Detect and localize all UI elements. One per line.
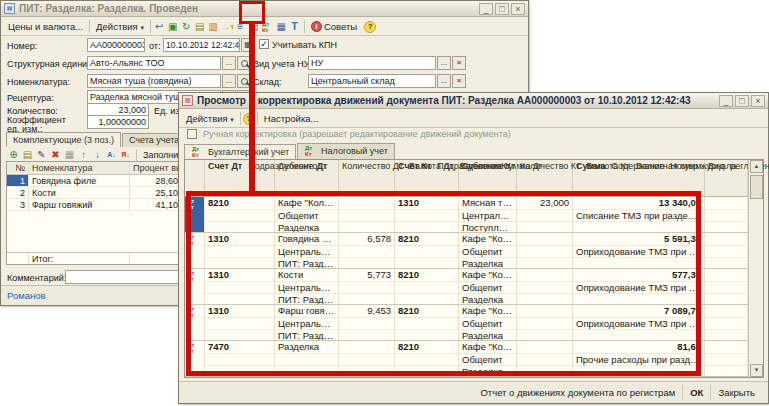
col-header-sub-dt[interactable]: СубконтоДт [275,160,339,196]
grid-cell-sub-kt[interactable]: Кафе "Колесо"ОбщепитРазделка [459,233,517,268]
grid-cell-qty-kt[interactable] [517,269,573,304]
grid-cell-qty-dt[interactable] [339,197,395,232]
col-header-acct-kt[interactable]: Счет КтПодразделение Кт [395,160,459,196]
structural-unit-open-icon[interactable] [237,56,251,70]
reread-document-icon[interactable]: ↻ [180,20,193,34]
settings-button[interactable]: Настройка... [260,111,323,126]
nomenclature-open-icon[interactable] [237,74,251,88]
grid-cell-acct-dt[interactable]: 7470 [205,341,275,376]
movements-window-titlebar[interactable]: ▥ Просмотр и корректировка движений доку… [179,93,768,109]
grid-cell-qty-dt[interactable]: 9,453 [339,305,395,340]
warehouse-field[interactable]: Центральный склад [308,74,436,88]
structural-unit-field[interactable]: Авто-Альянс ТОО [87,56,221,70]
coefficient-field[interactable]: 1,00000000 [87,115,149,129]
grid-cell-amount[interactable]: 7 089,75Оприходование ТМЗ при разд... [573,305,705,340]
grid-row[interactable]: ДтКт7470Разделка8210Кафе "Колесо"Общепит… [185,341,748,377]
grid-cell-sub-dt[interactable]: Кафе "Колесо"ОбщепитРазделка [275,197,339,232]
grid-row[interactable]: ДтКт8210Кафе "Колесо"ОбщепитРазделка1310… [185,197,748,233]
grid-cell-amount[interactable]: 81,65Прочие расходы при разделке [573,341,705,376]
nomenclature-lookup-button[interactable]: ... [222,74,236,88]
nomenclature-field[interactable]: Мясная туша (говядина) [87,74,221,88]
grid-cell-acct-kt[interactable]: 8210 [395,341,459,376]
nu-kind-clear-icon[interactable]: × [452,56,466,70]
document-window-titlebar[interactable]: ▤ ПИТ: Разделка: Разделка. Проведен _ □ … [1,1,528,17]
grid-cell-qty-dt[interactable]: 5,773 [339,269,395,304]
tab-components[interactable]: Комплектующие (3 поз.) [6,132,121,147]
grid-cell-sub-dt[interactable]: КостиЦентральный с...ПИТ: Разделка... [275,269,339,304]
grid-cell-amount[interactable]: 5 591,30Оприходование ТМЗ при разд... [573,233,705,268]
nu-kind-lookup-button[interactable]: ... [437,56,451,70]
grid-cell-qty-kt[interactable] [517,233,573,268]
actions-button[interactable]: Действия ▾ [92,19,148,34]
grid-cell-acct-kt[interactable]: 8210 [395,233,459,268]
journal-icon[interactable]: ▦ [275,20,288,34]
move-down-icon[interactable]: ↓ [91,148,104,162]
warehouse-lookup-button[interactable]: ... [437,74,451,88]
grid-cell-qty-kt[interactable] [517,305,573,340]
date-field[interactable]: 10.10.2012 12:42:43 [163,38,240,52]
grid-cell-op[interactable] [705,269,748,304]
grid-cell-acct-kt[interactable]: 8210 [395,269,459,304]
grid-cell-op[interactable] [705,305,748,340]
col-header-op-kind[interactable]: Видрегламентн...операции [705,160,748,196]
grid-row[interactable]: ДтКт1310Фарш говяжийЦентральный с...ПИТ:… [185,305,748,341]
copy-row-icon[interactable]: ▤ [21,148,34,162]
vertical-scrollbar[interactable]: ▲ ▼ [748,160,763,377]
create-based-on-icon[interactable]: ▥ [207,20,220,34]
dtkt-movements-icon[interactable]: ДтКт [261,21,275,33]
help-icon[interactable]: ? [243,113,255,125]
col-header-name[interactable]: Номенклатура [29,162,130,174]
list-icon[interactable]: ≡ [234,20,247,34]
tab-accounting[interactable]: ДтКт Бухгалтерский учет [184,144,296,159]
grid-cell-sub-kt[interactable]: Кафе "Колесо"ОбщепитРазделка [459,269,517,304]
scroll-up-icon[interactable]: ▲ [750,160,763,173]
close-button[interactable]: × [751,95,765,107]
close-button[interactable]: × [511,3,525,15]
grid-cell-acct-kt[interactable]: 1310 [395,197,459,232]
filter-icon[interactable]: T [288,20,301,34]
actions-button[interactable]: Действия ▾ [182,111,238,126]
col-header-amount[interactable]: СуммаСодержаниеНомер журнала [573,160,705,196]
grid-cell-acct-dt[interactable]: 1310 [205,269,275,304]
grid-cell-sub-dt[interactable]: Говядина филеЦентральный с...ПИТ: Раздел… [275,233,339,268]
write-document-icon[interactable]: ↩ [153,20,166,34]
grid-row[interactable]: ДтКт1310КостиЦентральный с...ПИТ: Раздел… [185,269,748,305]
grid-cell-acct-dt[interactable]: 1310 [205,233,275,268]
register-report-button[interactable]: Отчет о движениях документа по регистрам [473,385,682,400]
grid-cell-amount[interactable]: 577,30Оприходование ТМЗ при разд... [573,269,705,304]
tab-accounts[interactable]: Счета учета [122,133,186,147]
grid-cell-sub-dt[interactable]: Фарш говяжийЦентральный с...ПИТ: Разделк… [275,305,339,340]
col-header-qty-dt[interactable]: Количество ДтВалюта ДтВалютная сумма Дт [339,160,395,196]
structure-icon[interactable]: ▤ [247,20,260,34]
close-button[interactable]: Закрыть [710,385,762,400]
maximize-button[interactable]: □ [735,95,749,107]
advice-button[interactable]: iСоветы [307,19,361,34]
nu-kind-field[interactable]: НУ [308,56,436,70]
structural-unit-lookup-button[interactable]: ... [222,56,236,70]
col-header-qty-kt[interactable]: Количество КтВалюта КтВалютная сумм... [517,160,573,196]
tab-tax[interactable]: ДтКт Налоговый учет [297,143,395,159]
author-link[interactable]: Романов [7,290,46,301]
scrollbar-thumb[interactable] [750,175,763,199]
col-header-acct-dt[interactable]: Счет ДтПодразделение Дт [205,160,275,196]
col-header-sub-kt[interactable]: СубконтоКт [459,160,517,196]
move-up-icon[interactable]: ↑ [77,148,90,162]
maximize-button[interactable]: □ [495,3,509,15]
grid-cell-acct-dt[interactable]: 1310 [205,305,275,340]
grid-cell-op[interactable] [705,197,748,232]
grid-cell-qty-kt[interactable]: 23,000 [517,197,573,232]
grid-cell-acct-dt[interactable]: 8210 [205,197,275,232]
number-field[interactable]: АА000000003 [87,38,145,52]
grid-cell-sub-kt[interactable]: Кафе "Колесо"ОбщепитРазделка [459,341,517,376]
grid-cell-qty-dt[interactable]: 6,578 [339,233,395,268]
add-row-icon[interactable]: ⊕ [7,148,20,162]
ok-button[interactable]: ОК [682,385,710,400]
go-to-icon[interactable]: →▾ [220,20,233,34]
grid-cell-sub-kt[interactable]: Кафе "Колесо"ОбщепитРазделка [459,305,517,340]
delete-row-icon[interactable]: ✖ [49,148,62,162]
col-header-num[interactable]: № [7,162,29,174]
grid-cell-acct-kt[interactable]: 8210 [395,305,459,340]
prices-currency-button[interactable]: Цены и валюта... [4,19,87,34]
end-edit-icon[interactable]: ▦ [63,148,76,162]
scroll-down-icon[interactable]: ▼ [750,364,763,377]
